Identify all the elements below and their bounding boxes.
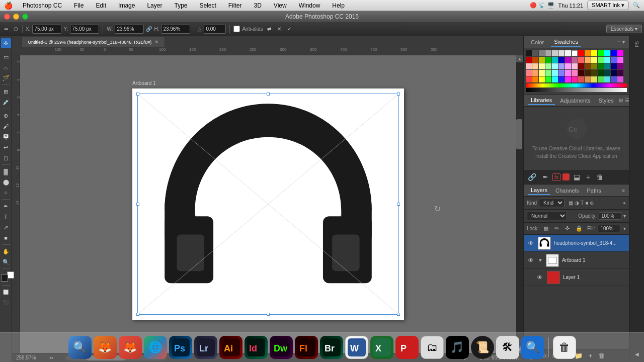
libs-link-btn[interactable]: 🔗 [526,172,538,182]
swatch[interactable] [552,50,558,56]
tab-swatches[interactable]: Swatches [551,38,581,47]
swatch[interactable] [591,57,597,63]
smart-ink-button[interactable]: SMART Ink ▾ [587,1,629,10]
swatch[interactable] [604,76,610,82]
swatch[interactable] [585,76,591,82]
dock-finder[interactable]: 🔍 [68,336,92,359]
swatch[interactable] [558,76,565,82]
swatch[interactable] [552,70,558,76]
color-gradient-strip[interactable] [526,83,627,87]
swatch[interactable] [558,63,565,69]
swatch[interactable] [539,50,545,56]
libs-new-btn[interactable]: + [584,172,592,182]
x-input[interactable] [32,25,61,34]
swatch[interactable] [572,76,578,82]
warp-btn[interactable]: ⬡ [12,25,20,33]
dock-trash[interactable]: 🗑 [553,336,576,359]
libs-grid-btn[interactable]: ⊞ [619,98,623,103]
swatch[interactable] [552,63,558,69]
menu-3d[interactable]: 3D [252,1,264,10]
filter-type-btn[interactable]: T [581,200,584,206]
scroll-up-btn[interactable]: ▲ [516,55,523,62]
swatch[interactable] [604,70,610,76]
layers-menu-btn[interactable]: ≡ [622,188,625,193]
tab-styles[interactable]: Styles [596,97,617,105]
swatch[interactable] [611,76,617,82]
swatch[interactable] [532,63,538,69]
swatch[interactable] [604,50,610,56]
menu-file[interactable]: File [72,1,86,10]
vertical-scrollbar[interactable]: ▲ ▼ [516,55,523,353]
spot-heal-tool[interactable]: ⊕ [1,111,11,121]
swatch[interactable] [617,63,623,69]
swatch[interactable] [532,57,538,63]
tab-layers[interactable]: Layers [528,186,550,195]
swatch[interactable] [539,57,545,63]
lock-move-btn[interactable]: ✜ [564,225,571,232]
swatch[interactable] [598,57,604,63]
opacity-input[interactable] [599,212,621,220]
swatch[interactable] [565,57,571,63]
background-color[interactable] [7,272,14,279]
menu-type[interactable]: Type [172,1,189,10]
cancel-transform-btn[interactable]: ✕ [275,25,283,33]
swatch[interactable] [585,70,591,76]
swatch[interactable] [565,76,571,82]
move-tool[interactable]: ✜ [1,38,11,48]
swatch[interactable] [545,63,551,69]
layer-item-artboard[interactable]: 👁 ▼ Artboard 1 [524,252,629,269]
dock-bridge[interactable]: Br [320,336,343,359]
menu-filter[interactable]: Filter [226,1,244,10]
swatch[interactable] [572,57,578,63]
w-input[interactable] [115,25,144,34]
filter-kind-select[interactable]: Kind [539,199,565,207]
menu-layer[interactable]: Layer [145,1,164,10]
swatch[interactable] [578,57,584,63]
swatch[interactable] [604,63,610,69]
swatch[interactable] [598,76,604,82]
dock-photoshop[interactable]: Ps [169,336,192,359]
swatch[interactable] [539,70,545,76]
mask-mode-btn[interactable]: ⬜ [1,287,11,297]
swatch[interactable] [526,76,532,82]
swatch[interactable] [565,70,571,76]
shape-tool[interactable]: ■ [1,233,11,243]
fill-arrow-btn[interactable]: ▾ [623,226,626,231]
zoom-tool[interactable]: 🔍 [1,257,11,267]
swatch[interactable] [539,76,545,82]
swatch[interactable] [526,63,532,69]
interpolation-btn[interactable]: ⇄ [265,25,273,33]
swatch[interactable] [611,57,617,63]
filter-pixel-btn[interactable]: ▦ [569,200,573,206]
dock-excel[interactable]: X [370,336,393,359]
tab-libraries[interactable]: Libraries [528,96,555,105]
type-tool[interactable]: T [1,212,11,222]
search-icon[interactable]: 🔍 [633,2,640,9]
swatch[interactable] [578,50,584,56]
libs-delete-btn[interactable]: 🗑 [594,172,605,182]
swatch[interactable] [591,76,597,82]
swatch[interactable] [585,57,591,63]
path-selection-tool[interactable]: ↗ [1,222,11,232]
layer-visibility-artboard[interactable]: 👁 [527,257,535,264]
dock-lightroom[interactable]: Lr [194,336,217,359]
document-tab[interactable]: Untitled-1 @ 259% (headphone-symbol_318-… [21,37,165,47]
lock-transparent-btn[interactable]: ▦ [542,225,550,232]
swatch[interactable] [558,57,565,63]
swatches-menu-btn[interactable]: ≡ [617,39,620,45]
commit-transform-btn[interactable]: ✓ [285,25,293,33]
swatch[interactable] [617,50,623,56]
dock-unknown1[interactable]: 🛠 [496,336,519,359]
gradient-tool[interactable]: ▓ [1,166,11,176]
swatch[interactable] [572,63,578,69]
swatch[interactable] [532,76,538,82]
libs-fx-btn[interactable]: fx [552,173,560,181]
swatch[interactable] [545,57,551,63]
maximize-button[interactable] [22,14,28,20]
swatch[interactable] [565,50,571,56]
dock-itunes[interactable]: 🎵 [446,336,469,359]
transform-mode-btn[interactable]: ⇔ [2,25,10,33]
link-icon[interactable]: 🔗 [146,26,152,32]
swatch[interactable] [572,70,578,76]
swatch[interactable] [532,50,538,56]
